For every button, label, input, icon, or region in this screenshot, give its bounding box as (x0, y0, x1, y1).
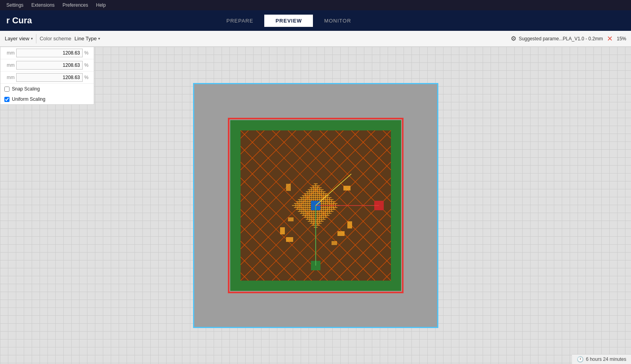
toolbar-right: ⚙ Suggested parame...PLA_V1.0 - 0.2mm ✕ … (511, 34, 626, 43)
menu-preferences[interactable]: Preferences (59, 1, 91, 9)
scale-input-x[interactable] (16, 49, 83, 57)
status-bar: 🕐 6 hours 24 minutes (572, 354, 631, 364)
scale-pct-x: % (84, 50, 91, 56)
uniform-scaling-label: Uniform Scaling (12, 96, 45, 102)
settings-sliders-icon: ⚙ (511, 35, 516, 42)
scale-unit-z: mm (4, 75, 15, 80)
svg-rect-98 (286, 184, 291, 191)
svg-rect-94 (286, 237, 293, 242)
nav-tabs: PREPARE PREVIEW MONITOR (215, 15, 362, 27)
tab-prepare[interactable]: PREPARE (215, 15, 264, 27)
settings-icon: ✕ (607, 34, 613, 43)
toolbar: Layer view ▾ Color scheme Line Type ▾ ⚙ … (0, 31, 631, 47)
menu-settings[interactable]: Settings (3, 1, 27, 9)
build-plate (193, 83, 438, 328)
svg-rect-91 (337, 231, 345, 236)
svg-rect-95 (280, 227, 285, 234)
toolbar-separator (36, 34, 36, 43)
print-preview (225, 115, 407, 296)
svg-rect-96 (288, 217, 294, 221)
scale-pct-z: % (84, 75, 91, 80)
scale-row-z: mm % (0, 72, 94, 84)
menu-extensions[interactable]: Extensions (28, 1, 58, 9)
snap-scaling-label: Snap Scaling (12, 86, 40, 92)
color-scheme-dropdown[interactable]: Line Type ▾ (74, 36, 100, 41)
main-content: mm % mm % mm % Snap Scaling Uniform Scal… (0, 47, 631, 364)
settings-label: Suggested parame...PLA_V1.0 - 0.2mm (519, 36, 603, 41)
scale-panel: mm % mm % mm % Snap Scaling Uniform Scal… (0, 47, 94, 105)
uniform-scaling-checkbox[interactable] (4, 97, 9, 102)
snap-scaling-row: Snap Scaling (0, 84, 94, 94)
scale-input-y[interactable] (16, 61, 83, 70)
percentage-label: 15% (617, 36, 626, 41)
scale-pct-y: % (84, 62, 91, 68)
scale-row-y: mm % (0, 59, 94, 72)
title-bar: r Cura PREPARE PREVIEW MONITOR (0, 10, 631, 31)
color-scheme-chevron-icon: ▾ (98, 36, 100, 41)
toolbar-left: Layer view ▾ Color scheme Line Type ▾ (5, 34, 100, 43)
color-scheme-value: Line Type (74, 36, 97, 41)
canvas-area[interactable]: 🕐 6 hours 24 minutes (0, 47, 631, 364)
clock-icon: 🕐 (577, 356, 584, 362)
color-scheme-label: Color scheme (40, 36, 71, 41)
tab-monitor[interactable]: MONITOR (313, 15, 362, 27)
view-label: Layer view (5, 36, 29, 41)
uniform-scaling-row: Uniform Scaling (0, 94, 94, 104)
chevron-down-icon: ▾ (31, 36, 33, 41)
scale-input-z[interactable] (16, 73, 83, 82)
scale-unit-x: mm (4, 50, 15, 56)
menu-help[interactable]: Help (93, 1, 109, 9)
tab-preview[interactable]: PREVIEW (264, 15, 313, 27)
snap-scaling-checkbox[interactable] (4, 87, 9, 92)
menu-bar: Settings Extensions Preferences Help (0, 0, 631, 10)
app-title: r Cura (6, 15, 32, 26)
time-estimate: 6 hours 24 minutes (586, 356, 626, 362)
scale-row-x: mm % (0, 47, 94, 59)
settings-panel-button[interactable]: ⚙ Suggested parame...PLA_V1.0 - 0.2mm (511, 35, 603, 42)
scale-unit-y: mm (4, 62, 15, 68)
svg-rect-92 (347, 221, 352, 228)
svg-rect-93 (332, 241, 337, 245)
view-selector[interactable]: Layer view ▾ (5, 36, 33, 41)
svg-rect-97 (343, 186, 351, 190)
